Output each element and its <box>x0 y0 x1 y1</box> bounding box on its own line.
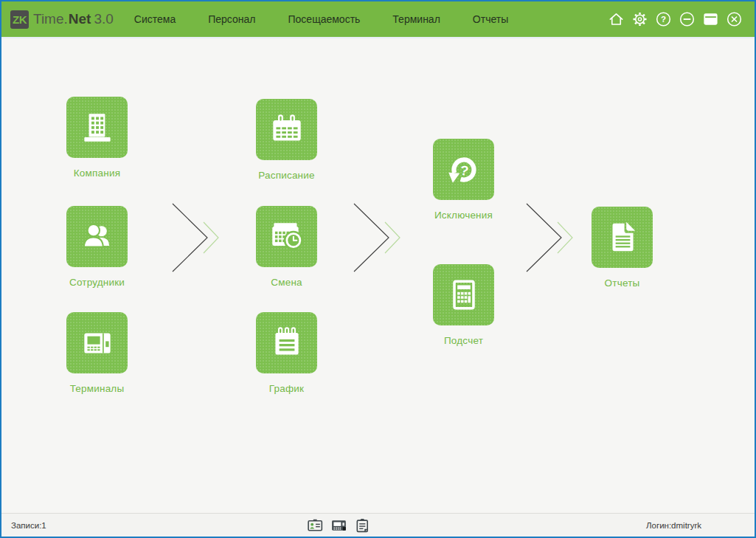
tile-timetable[interactable]: График <box>256 312 317 373</box>
report-icon <box>592 207 653 268</box>
id-card-icon[interactable] <box>307 517 324 534</box>
tile-calculation[interactable]: Подсчет <box>433 264 494 325</box>
tile-label: Расписание <box>258 170 314 181</box>
tile-label: Терминалы <box>70 383 125 394</box>
logo-net-text: Net <box>69 11 91 27</box>
tile-terminals[interactable]: Терминалы <box>66 312 128 373</box>
tile-label: Компания <box>74 168 120 179</box>
refresh-question-icon: ? <box>433 139 494 200</box>
menu-item-reports[interactable]: Отчеты <box>473 13 508 25</box>
menu-item-attendance[interactable]: Посещаемость <box>288 13 361 25</box>
window-controls: ? <box>608 11 755 28</box>
svg-text:?: ? <box>459 162 469 178</box>
records-count: Записи:1 <box>11 521 46 530</box>
tile-label: Смена <box>271 277 302 288</box>
maximize-icon[interactable] <box>702 11 719 28</box>
status-bar: Записи:1 <box>1 513 755 537</box>
tile-label: График <box>269 383 304 394</box>
workflow-canvas: Компания Сотрудники <box>1 38 755 511</box>
menu-item-terminal[interactable]: Терминал <box>392 13 440 25</box>
tile-shift[interactable]: Смена <box>256 206 317 267</box>
logo-version-text: 3.0 <box>94 11 113 27</box>
login-user: Логин:dmitryrk <box>646 521 701 530</box>
calculator-icon <box>433 264 494 325</box>
tile-label: Исключения <box>434 210 493 221</box>
tile-employees[interactable]: Сотрудники <box>66 206 128 267</box>
tile-company[interactable]: Компания <box>66 97 128 158</box>
tile-exceptions[interactable]: ? Исключения <box>433 139 494 200</box>
calendar-clock-icon <box>256 206 317 267</box>
tile-label: Подсчет <box>444 335 483 346</box>
terminal-device-icon[interactable] <box>330 517 347 534</box>
calendar-icon <box>256 99 317 160</box>
flow-arrow-1 <box>170 201 223 275</box>
status-quick-icons <box>307 517 371 534</box>
building-icon <box>66 97 128 158</box>
zk-logo-icon: ZK <box>10 10 29 29</box>
terminal-icon <box>66 312 128 373</box>
close-icon[interactable] <box>726 11 743 28</box>
main-menu: Система Персонал Посещаемость Терминал О… <box>134 13 508 25</box>
gear-icon[interactable] <box>631 11 648 28</box>
app-logo: ZK Time. Net 3.0 <box>10 10 114 29</box>
users-icon <box>66 206 128 267</box>
flow-arrow-3 <box>524 201 577 275</box>
tile-label: Сотрудники <box>69 277 125 288</box>
menu-item-personnel[interactable]: Персонал <box>208 13 255 25</box>
menu-item-system[interactable]: Система <box>134 13 176 25</box>
clipboard-icon[interactable] <box>354 517 371 534</box>
logo-time-text: Time. <box>33 11 68 27</box>
help-icon[interactable]: ? <box>655 11 672 28</box>
tile-reports[interactable]: Отчеты <box>592 207 653 268</box>
title-bar: ZK Time. Net 3.0 Система Персонал Посеща… <box>1 1 755 38</box>
flow-arrow-2 <box>351 201 404 275</box>
svg-text:?: ? <box>661 15 666 24</box>
notepad-icon <box>256 312 317 373</box>
app-window: ZK Time. Net 3.0 Система Персонал Посеща… <box>0 0 756 538</box>
tile-label: Отчеты <box>605 277 640 289</box>
minimize-icon[interactable] <box>679 11 696 28</box>
home-icon[interactable] <box>608 11 625 28</box>
tile-schedule[interactable]: Расписание <box>256 99 317 160</box>
